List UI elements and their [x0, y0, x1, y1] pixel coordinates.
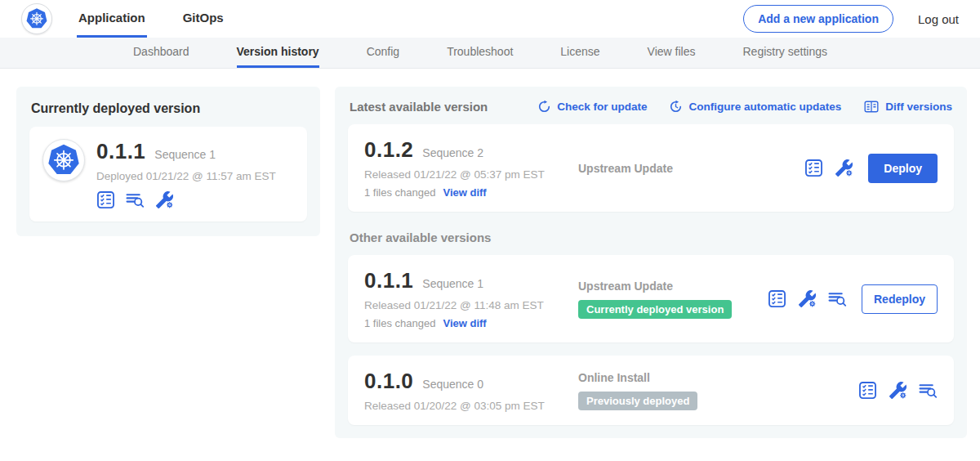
version-number: 0.1.2	[364, 137, 413, 163]
version-row-0-1-1: 0.1.1 Sequence 1 Released 01/21/22 @ 11:…	[348, 255, 954, 342]
deploy-button[interactable]: Deploy	[868, 154, 938, 183]
version-source-label: Online Install	[578, 371, 858, 384]
files-changed-label: 1 files changed	[364, 186, 435, 199]
edit-config-icon[interactable]	[155, 190, 174, 209]
tab-view-files[interactable]: View files	[648, 37, 696, 68]
currently-deployed-badge: Currently deployed version	[578, 300, 732, 319]
currently-deployed-card: 0.1.1 Sequence 1 Deployed 01/21/22 @ 11:…	[29, 127, 307, 222]
view-logs-icon[interactable]	[919, 381, 938, 400]
header-tab-label: Application	[78, 11, 145, 25]
diff-versions-link[interactable]: Diff versions	[863, 100, 952, 114]
version-row-0-1-0: 0.1.0 Sequence 0 Released 01/20/22 @ 03:…	[348, 356, 954, 425]
sequence-label: Sequence 1	[422, 277, 483, 290]
view-diff-link[interactable]: View diff	[443, 186, 486, 199]
released-timestamp: Released 01/20/22 @ 03:05 pm EST	[364, 400, 578, 412]
version-number: 0.1.1	[364, 268, 413, 293]
app-subnav: Dashboard Version history Config Trouble…	[0, 38, 980, 69]
sequence-label: Sequence 2	[422, 146, 483, 159]
view-logs-icon[interactable]	[828, 289, 847, 308]
currently-deployed-title: Currently deployed version	[31, 101, 305, 116]
refresh-icon	[537, 100, 551, 114]
tab-registry-settings[interactable]: Registry settings	[742, 37, 826, 68]
tab-dashboard[interactable]: Dashboard	[133, 37, 189, 68]
files-changed-label: 1 files changed	[364, 317, 435, 329]
edit-config-icon[interactable]	[835, 159, 853, 177]
redeploy-button[interactable]: Redeploy	[862, 284, 938, 314]
preflight-checks-icon[interactable]	[804, 159, 823, 177]
kubernetes-app-icon	[42, 139, 85, 181]
auto-update-clock-icon	[669, 100, 683, 114]
version-row-0-1-2: 0.1.2 Sequence 2 Released 01/21/22 @ 05:…	[348, 124, 954, 212]
header-tab-label: GitOps	[183, 11, 224, 25]
tab-version-history[interactable]: Version history	[237, 37, 319, 68]
tab-config[interactable]: Config	[367, 37, 399, 68]
edit-config-icon[interactable]	[798, 289, 817, 308]
preflight-checks-icon[interactable]	[96, 190, 115, 209]
latest-available-title: Latest available version	[350, 100, 488, 114]
preflight-checks-icon[interactable]	[858, 381, 877, 400]
preflight-checks-icon[interactable]	[768, 289, 786, 308]
tab-troubleshoot[interactable]: Troubleshoot	[447, 37, 513, 68]
action-link-label: Check for update	[557, 101, 647, 113]
kubernetes-logo-icon	[21, 3, 52, 34]
tab-license[interactable]: License	[560, 37, 599, 68]
add-new-application-button[interactable]: Add a new application	[743, 5, 893, 33]
currently-deployed-panel: Currently deployed version 0.1.1 Sequenc…	[16, 87, 320, 236]
current-version-number: 0.1.1	[96, 139, 145, 164]
action-link-label: Configure automatic updates	[688, 101, 841, 113]
configure-automatic-updates-link[interactable]: Configure automatic updates	[669, 100, 841, 114]
logout-button[interactable]: Log out	[918, 12, 959, 26]
released-timestamp: Released 01/21/22 @ 11:48 am EST	[364, 299, 578, 311]
check-for-update-link[interactable]: Check for update	[537, 100, 647, 114]
app-header: Application GitOps Add a new application…	[0, 0, 980, 38]
view-diff-link[interactable]: View diff	[443, 317, 486, 329]
version-number: 0.1.0	[364, 369, 413, 394]
version-source-label: Upstream Update	[578, 162, 804, 175]
version-source-label: Upstream Update	[578, 280, 768, 293]
edit-config-icon[interactable]	[889, 381, 907, 400]
view-logs-icon[interactable]	[126, 190, 145, 209]
action-link-label: Diff versions	[885, 101, 952, 113]
deployed-timestamp: Deployed 01/21/22 @ 11:57 am EST	[96, 170, 276, 182]
released-timestamp: Released 01/21/22 @ 05:37 pm EST	[364, 168, 578, 181]
header-tab-gitops[interactable]: GitOps	[181, 0, 225, 38]
diff-versions-icon	[863, 100, 880, 114]
main-content: Currently deployed version 0.1.1 Sequenc…	[0, 69, 980, 438]
previously-deployed-badge: Previously deployed	[578, 392, 697, 410]
sequence-label: Sequence 0	[422, 378, 483, 391]
other-available-title: Other available versions	[350, 230, 952, 244]
header-tab-application[interactable]: Application	[77, 0, 147, 38]
available-versions-panel: Latest available version Check for updat…	[335, 87, 967, 438]
current-sequence-label: Sequence 1	[154, 148, 216, 161]
